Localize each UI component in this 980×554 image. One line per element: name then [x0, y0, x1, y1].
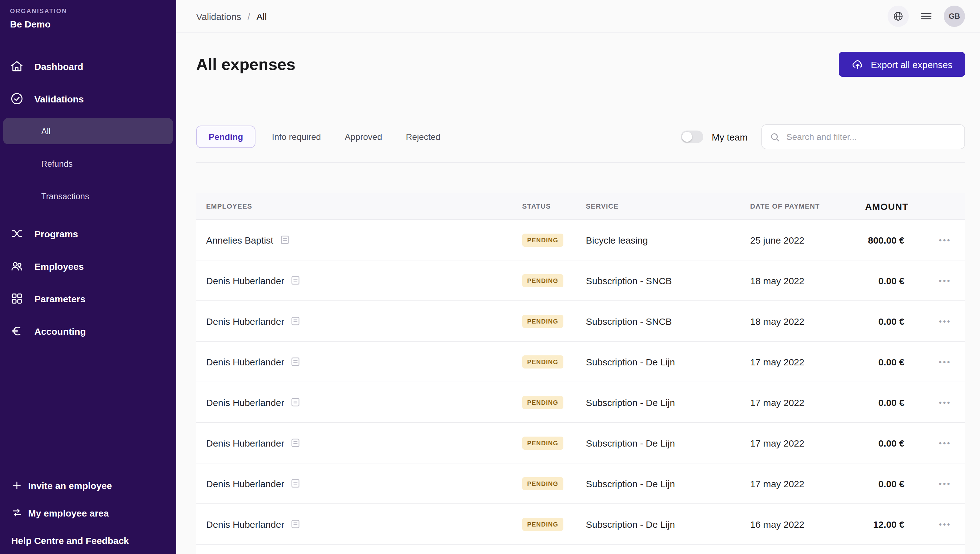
row-actions-kebab-icon[interactable]: •••: [939, 317, 951, 325]
column-header-amount: Amount: [865, 201, 929, 212]
receipt-icon[interactable]: [290, 356, 301, 367]
globe-icon: [892, 11, 904, 22]
amount-cell: 0.00 €: [865, 316, 925, 326]
row-actions-kebab-icon[interactable]: •••: [939, 439, 951, 447]
status-cell: PENDING: [512, 436, 576, 449]
receipt-icon[interactable]: [290, 396, 301, 408]
receipt-icon[interactable]: [290, 437, 301, 449]
table-row[interactable]: Denis Huberlander PENDING Subscription -…: [196, 341, 965, 382]
employee-cell: Denis Huberlander: [196, 518, 512, 530]
menu-hamburger-icon[interactable]: [920, 10, 933, 23]
row-actions-kebab-icon[interactable]: •••: [939, 276, 951, 285]
sidebar-item-label: Dashboard: [34, 61, 83, 72]
receipt-icon[interactable]: [290, 478, 301, 489]
date-cell: 17 may 2022: [740, 478, 865, 489]
invite-employee-label: Invite an employee: [28, 480, 112, 490]
language-globe-button[interactable]: [888, 6, 909, 27]
sidebar-item-transactions[interactable]: Transactions: [0, 180, 176, 212]
tab-pending[interactable]: Pending: [196, 126, 256, 148]
employee-name: Denis Huberlander: [206, 478, 284, 489]
page-header: All expenses Export all expenses: [196, 52, 965, 77]
table-row[interactable]: Denis Huberlander PENDING Subscription -…: [196, 301, 965, 341]
table-row[interactable]: Annelies Baptist PENDING Bicycle leasing…: [196, 219, 965, 260]
sidebar-item-label: Programs: [34, 228, 78, 239]
employee-name: Denis Huberlander: [206, 519, 284, 529]
parameters-icon: [10, 292, 24, 306]
column-header-service: Service: [576, 202, 740, 210]
date-cell: 18 may 2022: [740, 316, 865, 326]
table-row[interactable]: Denis Huberlander PENDING Subscription -…: [196, 463, 965, 503]
date-cell: 17 may 2022: [740, 356, 865, 367]
table-row[interactable]: Denis Huberlander PENDING Subscription -…: [196, 503, 965, 544]
row-actions-kebab-icon[interactable]: •••: [939, 520, 951, 528]
sidebar-item-employees[interactable]: Employees: [0, 250, 176, 282]
help-centre-button[interactable]: Help Centre and Feedback: [0, 527, 176, 554]
date-cell: 16 may 2022: [740, 519, 865, 529]
receipt-icon[interactable]: [290, 518, 301, 530]
table-row[interactable]: Denis Huberlander PENDING Subscription -…: [196, 422, 965, 463]
amount-cell: 0.00 €: [865, 438, 925, 448]
sidebar-item-validations[interactable]: Validations: [0, 83, 176, 115]
euro-icon: [10, 324, 24, 338]
breadcrumb-validations[interactable]: Validations: [196, 11, 242, 22]
employee-cell: Denis Huberlander: [196, 437, 512, 449]
check-circle-icon: [10, 92, 24, 105]
sidebar-item-label: Employees: [34, 261, 84, 271]
export-all-expenses-button[interactable]: Export all expenses: [839, 52, 965, 77]
status-badge: PENDING: [522, 274, 563, 287]
status-cell: PENDING: [512, 355, 576, 368]
organisation-name: Be Demo: [10, 19, 166, 29]
employees-icon: [10, 259, 24, 273]
search-input[interactable]: [785, 131, 957, 142]
organisation-label: ORGANISATION: [10, 8, 166, 14]
tab-approved[interactable]: Approved: [345, 132, 382, 142]
my-team-toggle[interactable]: [681, 131, 703, 143]
invite-employee-button[interactable]: Invite an employee: [0, 471, 176, 499]
receipt-icon[interactable]: [279, 234, 290, 245]
sidebar-item-programs[interactable]: Programs: [0, 217, 176, 250]
receipt-icon[interactable]: [290, 315, 301, 326]
employee-name: Denis Huberlander: [206, 316, 284, 326]
receipt-icon[interactable]: [290, 275, 301, 286]
service-cell: Bicycle leasing: [576, 234, 740, 245]
service-cell: Subscription - De Lijn: [576, 397, 740, 408]
tab-info-required[interactable]: Info required: [272, 132, 321, 142]
tab-rejected[interactable]: Rejected: [406, 132, 441, 142]
status-badge: PENDING: [522, 355, 563, 368]
employee-cell: Denis Huberlander: [196, 478, 512, 489]
status-badge: PENDING: [522, 314, 563, 328]
column-header-employees: Employees: [196, 202, 512, 210]
status-cell: PENDING: [512, 274, 576, 287]
employee-cell: Annelies Baptist: [196, 234, 512, 245]
sidebar-item-all[interactable]: All: [3, 118, 173, 144]
avatar[interactable]: GB: [944, 6, 965, 27]
sidebar-item-refunds[interactable]: Refunds: [0, 147, 176, 180]
search-icon: [770, 132, 780, 142]
table-header: Employees Status Service Date of payment…: [196, 193, 965, 219]
expenses-table: Employees Status Service Date of payment…: [196, 193, 965, 554]
row-actions-kebab-icon[interactable]: •••: [939, 358, 951, 366]
row-actions-kebab-icon[interactable]: •••: [939, 236, 951, 244]
row-actions-kebab-icon[interactable]: •••: [939, 479, 951, 487]
sidebar-item-parameters[interactable]: Parameters: [0, 282, 176, 315]
date-cell: 18 may 2022: [740, 275, 865, 286]
sidebar-item-dashboard[interactable]: Dashboard: [0, 50, 176, 83]
employee-cell: Denis Huberlander: [196, 356, 512, 367]
breadcrumb-current: All: [256, 11, 267, 22]
employee-name: Denis Huberlander: [206, 438, 284, 448]
app-root: ORGANISATION Be Demo Dashboard Validatio…: [0, 0, 980, 554]
row-actions-kebab-icon[interactable]: •••: [939, 398, 951, 406]
table-row[interactable]: Denis Huberlander PENDING Subscription -…: [196, 260, 965, 301]
service-cell: Subscription - De Lijn: [576, 478, 740, 489]
my-team-label: My team: [712, 132, 748, 142]
employee-name: Denis Huberlander: [206, 356, 284, 367]
employee-name: Denis Huberlander: [206, 397, 284, 408]
my-employee-area-button[interactable]: My employee area: [0, 499, 176, 527]
sidebar-nav: Dashboard Validations All Refunds Transa…: [0, 50, 176, 347]
table-row[interactable]: Denis Huberlander PENDING Subscription -…: [196, 382, 965, 422]
tabs-divider: [196, 162, 965, 163]
status-badge: PENDING: [522, 233, 563, 247]
sidebar-item-accounting[interactable]: Accounting: [0, 315, 176, 347]
programs-icon: [10, 227, 24, 240]
status-cell: PENDING: [512, 233, 576, 247]
